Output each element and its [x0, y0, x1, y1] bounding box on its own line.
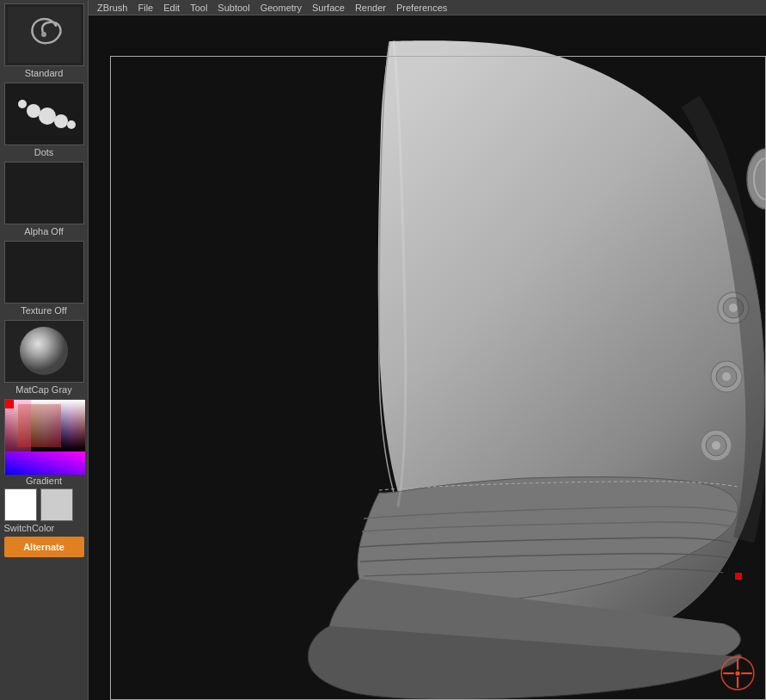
- tool-standard-label: Standard: [3, 66, 86, 81]
- tool-dots-preview: [4, 83, 84, 145]
- color-picker: Gradient SwitchColor Alternate: [3, 399, 86, 557]
- menu-file[interactable]: File: [132, 3, 158, 13]
- tool-alpha-off-preview: [4, 162, 84, 224]
- svg-point-39: [735, 671, 739, 675]
- menu-render[interactable]: Render: [350, 3, 391, 13]
- svg-point-6: [54, 114, 68, 128]
- svg-point-5: [39, 107, 56, 125]
- gradient-label: Gradient: [26, 474, 62, 488]
- tool-alpha-off-label: Alpha Off: [3, 224, 86, 239]
- menu-surface[interactable]: Surface: [307, 3, 350, 13]
- menu-geometry[interactable]: Geometry: [255, 3, 307, 13]
- color-gradient[interactable]: [4, 399, 84, 474]
- menu-preferences[interactable]: Preferences: [391, 3, 452, 13]
- menu-tool[interactable]: Tool: [185, 3, 212, 13]
- tool-texture-off-label: Texture Off: [3, 304, 86, 318]
- model-svg: [89, 15, 766, 700]
- canvas-area[interactable]: [89, 15, 766, 700]
- swatch-secondary[interactable]: [40, 488, 73, 521]
- svg-point-3: [18, 100, 27, 108]
- swatch-primary[interactable]: [4, 488, 37, 521]
- compass: [720, 655, 756, 691]
- alternate-button[interactable]: Alternate: [4, 537, 84, 557]
- svg-rect-33: [735, 573, 742, 580]
- switch-color-row: [4, 488, 84, 521]
- viewport: ZBrush File Edit Tool Subtool Geometry S…: [89, 0, 766, 700]
- menu-subtool[interactable]: Subtool: [212, 3, 254, 13]
- tool-matcap-preview: [4, 320, 84, 383]
- menu-zbrush[interactable]: ZBrush: [92, 3, 132, 13]
- svg-point-8: [20, 327, 68, 375]
- svg-rect-16: [5, 400, 85, 450]
- color-indicator: [5, 400, 14, 408]
- tool-dots[interactable]: Dots: [3, 83, 86, 160]
- svg-point-24: [722, 372, 731, 381]
- svg-point-7: [67, 120, 76, 129]
- sidebar: Standard Dots Alpha Off: [0, 0, 89, 700]
- tool-matcap-gray[interactable]: MatCap Gray: [3, 320, 86, 397]
- tool-texture-off-preview: [4, 241, 84, 304]
- tool-matcap-label: MatCap Gray: [3, 383, 86, 397]
- svg-point-21: [729, 304, 738, 312]
- svg-point-1: [41, 32, 46, 37]
- svg-point-4: [27, 104, 40, 118]
- tool-alpha-off[interactable]: Alpha Off: [3, 162, 86, 239]
- tool-standard-preview: [4, 3, 84, 66]
- tool-dots-label: Dots: [3, 145, 86, 160]
- tool-texture-off[interactable]: Texture Off: [3, 241, 86, 318]
- svg-point-27: [712, 441, 720, 450]
- menu-edit[interactable]: Edit: [158, 3, 185, 13]
- menubar: ZBrush File Edit Tool Subtool Geometry S…: [89, 0, 766, 15]
- switch-color-label: SwitchColor: [4, 521, 84, 535]
- svg-rect-15: [5, 451, 85, 475]
- tool-standard[interactable]: Standard: [3, 3, 86, 81]
